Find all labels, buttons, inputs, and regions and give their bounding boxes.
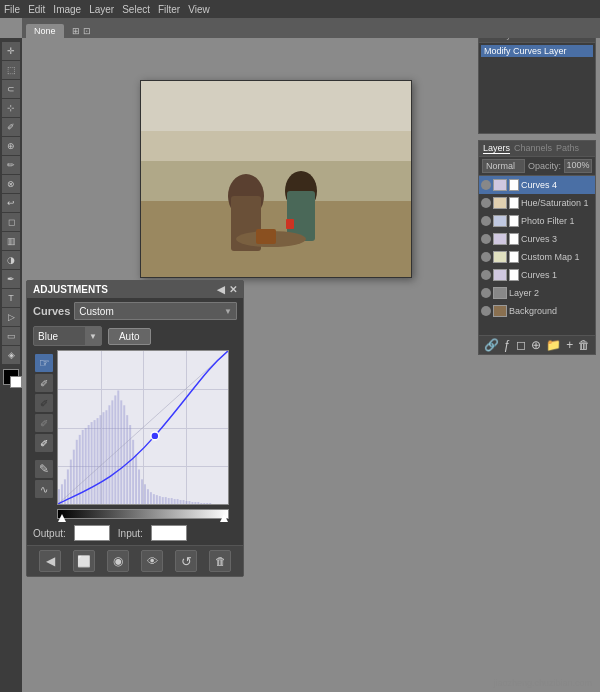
- eyedrop-mid[interactable]: ✐: [35, 414, 53, 432]
- menu-view[interactable]: View: [188, 4, 210, 15]
- reset-button[interactable]: ↺: [175, 550, 197, 572]
- adjustments-title: ADJUSTMENTS: [33, 284, 108, 295]
- preset-select[interactable]: Custom ▼: [74, 302, 237, 320]
- blend-mode-select[interactable]: Normal: [482, 159, 525, 173]
- layer-item-hue[interactable]: Hue/Saturation 1: [479, 194, 595, 212]
- navigate-back-button[interactable]: ◀: [39, 550, 61, 572]
- tool-shape[interactable]: ▭: [2, 327, 20, 345]
- channels-tab[interactable]: Channels: [514, 143, 552, 154]
- delete-layer-icon[interactable]: 🗑: [578, 338, 590, 352]
- tool-type[interactable]: T: [2, 289, 20, 307]
- layer-item-background[interactable]: Background: [479, 302, 595, 320]
- output-input-row: Output: 93 Input: 83: [27, 521, 243, 545]
- menu-layer[interactable]: Layer: [89, 4, 114, 15]
- svg-rect-48: [168, 498, 170, 504]
- layer-item-curves1[interactable]: Curves 1: [479, 266, 595, 284]
- output-value[interactable]: 93: [74, 525, 110, 541]
- tool-move[interactable]: ✛: [2, 42, 20, 60]
- smooth-tool[interactable]: ∿: [35, 480, 53, 498]
- menu-filter[interactable]: Filter: [158, 4, 180, 15]
- visibility-toggle-button[interactable]: ◉: [107, 550, 129, 572]
- tool-brush[interactable]: ✏: [2, 156, 20, 174]
- auto-button[interactable]: Auto: [108, 328, 151, 345]
- tool-eraser[interactable]: ◻: [2, 213, 20, 231]
- tool-history-brush[interactable]: ↩: [2, 194, 20, 212]
- history-item[interactable]: Modify Curves Layer: [481, 45, 593, 57]
- add-group-icon[interactable]: 📁: [546, 338, 561, 352]
- tool-crop[interactable]: ⊹: [2, 99, 20, 117]
- eyedrop-highlight[interactable]: ✐: [35, 434, 53, 452]
- pointer-tool[interactable]: ☞: [35, 354, 53, 372]
- input-label: Input:: [118, 528, 143, 539]
- delete-adjustment-button[interactable]: 🗑: [209, 550, 231, 572]
- add-style-icon[interactable]: ƒ: [504, 338, 511, 352]
- layer-visibility-icon[interactable]: [481, 252, 491, 262]
- layer-item-custom-map[interactable]: Custom Map 1: [479, 248, 595, 266]
- document-tab[interactable]: None: [26, 24, 64, 38]
- tool-select[interactable]: ⬚: [2, 61, 20, 79]
- eyedrop-shadow[interactable]: ✐: [35, 394, 53, 412]
- layer-item-curves3[interactable]: Curves 3: [479, 230, 595, 248]
- close-icon[interactable]: ✕: [229, 284, 237, 295]
- layer-item-curves4[interactable]: Curves 4: [479, 176, 595, 194]
- layer-visibility-icon[interactable]: [481, 288, 491, 298]
- add-mask-icon[interactable]: ◻: [516, 338, 526, 352]
- svg-rect-30: [114, 395, 116, 504]
- output-label: Output:: [33, 528, 66, 539]
- tool-clone[interactable]: ⊗: [2, 175, 20, 193]
- tool-path-select[interactable]: ▷: [2, 308, 20, 326]
- svg-rect-47: [165, 497, 167, 504]
- layer-thumb: [493, 251, 507, 263]
- layer-thumb: [493, 215, 507, 227]
- layer-visibility-icon[interactable]: [481, 234, 491, 244]
- tool-3d[interactable]: ◈: [2, 346, 20, 364]
- layer-thumb: [493, 305, 507, 317]
- layer-visibility-icon[interactable]: [481, 198, 491, 208]
- layer-item-layer2[interactable]: Layer 2: [479, 284, 595, 302]
- svg-rect-53: [183, 500, 185, 504]
- layer-visibility-icon[interactable]: [481, 270, 491, 280]
- adjustments-titlebar[interactable]: ADJUSTMENTS ◀ ✕: [27, 281, 243, 298]
- history-items: Modify Curves Layer: [479, 43, 595, 59]
- gradient-slider-thumb-left[interactable]: [58, 514, 66, 522]
- tool-lasso[interactable]: ⊂: [2, 80, 20, 98]
- svg-rect-56: [191, 502, 193, 504]
- snap-icon: ⊡: [83, 26, 91, 36]
- layer-visibility-icon[interactable]: [481, 216, 491, 226]
- svg-rect-32: [120, 400, 122, 504]
- clip-to-layer-button[interactable]: ⬜: [73, 550, 95, 572]
- link-layers-icon[interactable]: 🔗: [484, 338, 499, 352]
- channel-select-wrapper[interactable]: Blue ▼: [33, 326, 102, 346]
- add-layer-icon[interactable]: +: [566, 338, 573, 352]
- svg-rect-37: [135, 455, 137, 504]
- svg-rect-21: [88, 425, 90, 504]
- tool-eyedropper[interactable]: ✐: [2, 118, 20, 136]
- eyedrop-sample-tool[interactable]: ✐: [35, 374, 53, 392]
- curves-graph[interactable]: [57, 350, 229, 505]
- opacity-input[interactable]: 100%: [564, 159, 592, 173]
- curve-pencil-tool[interactable]: ✎: [35, 460, 53, 478]
- input-value[interactable]: 83: [151, 525, 187, 541]
- layers-tab[interactable]: Layers: [483, 143, 510, 154]
- layer-thumb: [493, 179, 507, 191]
- tool-gradient[interactable]: ▥: [2, 232, 20, 250]
- gradient-slider-thumb-right[interactable]: [220, 514, 228, 522]
- layers-list: Curves 4 Hue/Saturation 1 Photo Filter 1…: [479, 176, 595, 320]
- tool-heal[interactable]: ⊕: [2, 137, 20, 155]
- layer-visibility-icon[interactable]: [481, 180, 491, 190]
- menu-file[interactable]: File: [4, 4, 20, 15]
- paths-tab[interactable]: Paths: [556, 143, 579, 154]
- tool-pen[interactable]: ✒: [2, 270, 20, 288]
- layer-item-photo-filter[interactable]: Photo Filter 1: [479, 212, 595, 230]
- menu-edit[interactable]: Edit: [28, 4, 45, 15]
- menu-select[interactable]: Select: [122, 4, 150, 15]
- layer-visibility-icon[interactable]: [481, 306, 491, 316]
- add-adjustment-icon[interactable]: ⊕: [531, 338, 541, 352]
- svg-rect-33: [123, 405, 125, 504]
- collapse-icon[interactable]: ◀: [217, 284, 225, 295]
- view-mode-button[interactable]: 👁: [141, 550, 163, 572]
- tool-dodge[interactable]: ◑: [2, 251, 20, 269]
- svg-rect-34: [126, 415, 128, 504]
- toolbar-controls: ⊞ ⊡: [72, 26, 91, 36]
- menu-image[interactable]: Image: [53, 4, 81, 15]
